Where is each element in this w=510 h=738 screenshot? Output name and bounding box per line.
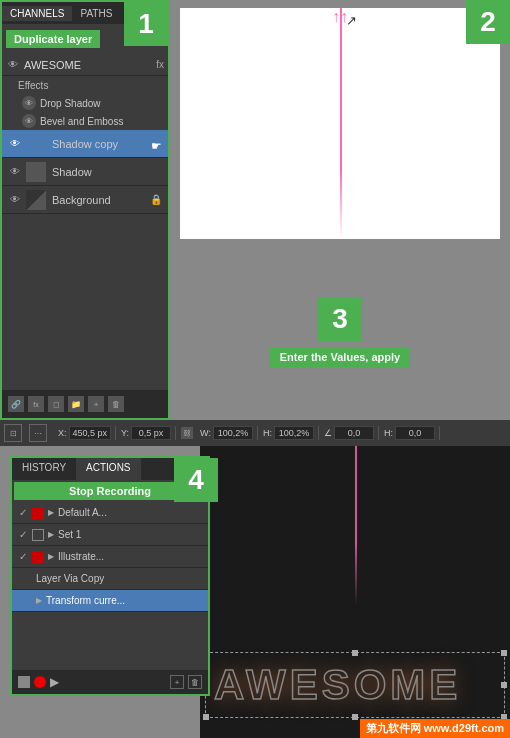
width-group: W: 100,2% [200, 426, 258, 440]
action-item-transform[interactable]: ▶ Transform curre... [12, 590, 208, 612]
new-action-icon[interactable]: + [170, 675, 184, 689]
tab-paths[interactable]: PATHS [72, 6, 120, 21]
effect-drop-shadow: 👁 Drop Shadow [2, 94, 168, 112]
action-text-default: Default A... [58, 507, 204, 518]
play-icon-3: ▶ [48, 552, 54, 561]
layer-shadow[interactable]: 👁 Shadow [2, 158, 168, 186]
canvas-area: 2 Drag transform center ↗ ↑↑ [170, 0, 510, 420]
play-icon-1: ▶ [48, 508, 54, 517]
action-text-set1: Set 1 [58, 529, 204, 540]
eye-icon-shadow[interactable]: 👁 [8, 165, 22, 179]
new-layer-icon[interactable]: + [88, 396, 104, 412]
enter-values-label: Enter the Values, apply [270, 347, 410, 367]
awesome-area: AWESOME [205, 652, 505, 718]
delete-layer-icon[interactable]: 🗑 [108, 396, 124, 412]
tab-actions[interactable]: ACTIONS [76, 458, 140, 480]
bottom-pink-line [355, 446, 357, 606]
h-value[interactable]: 100,2% [274, 426, 314, 440]
action-text-illustrate: Illustrate... [58, 551, 204, 562]
angle-group: ∠ 0,0 [324, 426, 379, 440]
color-box-red-1 [32, 507, 44, 519]
awesome-text: AWESOME [214, 661, 496, 709]
marquee-tool-icon[interactable]: ⋯ [29, 424, 47, 442]
actions-panel-bottom: ▶ + 🗑 [12, 670, 208, 694]
eye-icon[interactable]: 👁 [6, 58, 20, 72]
record-button[interactable] [34, 676, 46, 688]
tab-history[interactable]: HISTORY [12, 458, 76, 480]
handle-tm[interactable] [352, 650, 358, 656]
handle-bm[interactable] [352, 714, 358, 720]
handle-bl[interactable] [203, 714, 209, 720]
color-box-2 [32, 529, 44, 541]
mask-icon[interactable]: ◻ [48, 396, 64, 412]
check-icon-1: ✓ [16, 506, 30, 520]
angle-value[interactable]: 0,0 [334, 426, 374, 440]
handle-mr[interactable] [501, 682, 507, 688]
y-label: Y: [121, 428, 129, 438]
cursor-arrow-icon: ↗ [346, 13, 357, 28]
height-group: H: 100,2% [263, 426, 319, 440]
eye-small-icon2: 👁 [22, 114, 36, 128]
stop-recording-text: Stop Recording [69, 485, 151, 497]
duplicate-layer-label: Duplicate layer [6, 30, 100, 48]
watermark-text: 第九软件网 www.d29ft.com [366, 722, 504, 734]
link-wh-icon[interactable]: ⛓ [181, 427, 193, 439]
x-label: X: [58, 428, 67, 438]
action-row-illustrate[interactable]: ✓ ▶ Illustrate... [12, 546, 208, 568]
cursor-hand-icon: ☛ [151, 139, 162, 153]
step3-area: 3 Enter the Values, apply [170, 244, 510, 420]
action-transform-text: Transform curre... [46, 595, 204, 606]
watermark: 第九软件网 www.d29ft.com [360, 719, 510, 738]
link-icon[interactable]: 🔗 [8, 396, 24, 412]
color-box-red-3 [32, 551, 44, 563]
effects-label: Effects [2, 76, 168, 94]
layer-name: AWESOME [24, 59, 81, 71]
layer-background[interactable]: 👁 Background 🔒 [2, 186, 168, 214]
folder-icon[interactable]: 📁 [68, 396, 84, 412]
layers-panel: 1 CHANNELS PATHS Duplicate layer 👁 AWESO… [0, 0, 170, 420]
layer-shadow-copy[interactable]: 👁 Shadow copy ☛ [2, 130, 168, 158]
main-container: 1 CHANNELS PATHS Duplicate layer 👁 AWESO… [0, 0, 510, 738]
handle-tr[interactable] [501, 650, 507, 656]
action-layer-via-copy-text: Layer Via Copy [36, 573, 204, 584]
bottom-canvas: AWESOME [200, 446, 510, 738]
panel-bottom-toolbar: 🔗 fx ◻ 📁 + 🗑 [2, 390, 168, 418]
play-icon-transform: ▶ [36, 596, 42, 605]
step4-number: 4 [188, 464, 204, 496]
w-label: W: [200, 428, 211, 438]
play-button[interactable]: ▶ [50, 675, 59, 689]
enter-values-text: Enter the Values, apply [280, 351, 400, 363]
step2-badge: 2 [466, 0, 510, 44]
top-section: 1 CHANNELS PATHS Duplicate layer 👁 AWESO… [0, 0, 510, 420]
play-icon-2: ▶ [48, 530, 54, 539]
action-row-default[interactable]: ✓ ▶ Default A... [12, 502, 208, 524]
check-icon-3: ✓ [16, 550, 30, 564]
y-coord-group: Y: 0,5 px [121, 426, 176, 440]
stop-button[interactable] [18, 676, 30, 688]
lock-icon: 🔒 [150, 194, 162, 205]
check-icon-2: ✓ [16, 528, 30, 542]
step1-badge: 1 [124, 2, 168, 46]
hskew-value[interactable]: 0,0 [395, 426, 435, 440]
w-value[interactable]: 100,2% [213, 426, 253, 440]
step2-number: 2 [480, 6, 496, 38]
y-value[interactable]: 0,5 px [131, 426, 171, 440]
eye-small-icon: 👁 [22, 96, 36, 110]
effect-bevel-emboss: 👁 Bevel and Emboss [2, 112, 168, 130]
pink-line [340, 8, 342, 239]
eye-icon-shadow-copy[interactable]: 👁 [8, 137, 22, 151]
step3-badge: 3 [318, 297, 362, 341]
bottom-section: 4 HISTORY ACTIONS Stop Recording ✓ ▶ Def… [0, 446, 510, 738]
x-value[interactable]: 450,5 px [69, 426, 112, 440]
delete-action-icon[interactable]: 🗑 [188, 675, 202, 689]
hskew-label: H: [384, 428, 393, 438]
fx-icon[interactable]: fx [156, 59, 164, 70]
tab-channels[interactable]: CHANNELS [2, 6, 72, 21]
transform-arrows: ↑↑ [332, 8, 348, 26]
fx-bottom-icon[interactable]: fx [28, 396, 44, 412]
select-tool-icon[interactable]: ⊡ [4, 424, 22, 442]
action-item-layer-via-copy[interactable]: Layer Via Copy [12, 568, 208, 590]
eye-icon-bg[interactable]: 👁 [8, 193, 22, 207]
toolbar-strip: ⊡ ⋯ X: 450,5 px Y: 0,5 px ⛓ W: 100,2% H:… [0, 420, 510, 446]
action-row-set1[interactable]: ✓ ▶ Set 1 [12, 524, 208, 546]
